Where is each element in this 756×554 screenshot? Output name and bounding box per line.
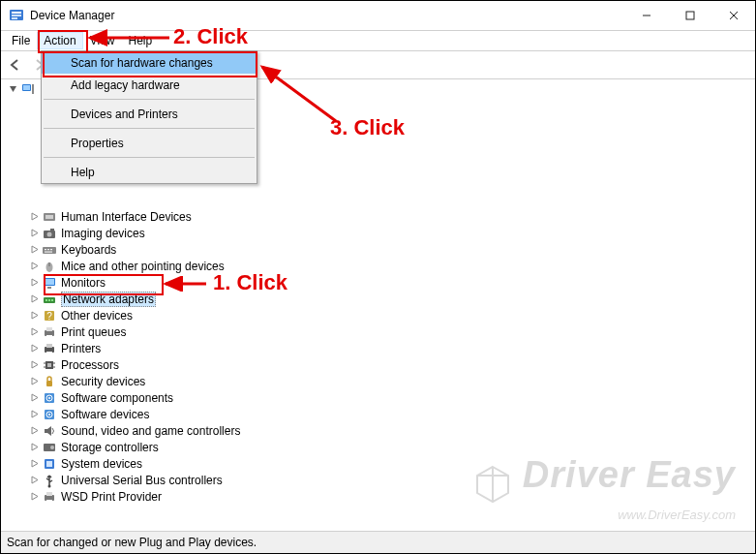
svg-point-27 — [45, 299, 47, 301]
expand-icon[interactable] — [28, 425, 40, 437]
menu-item-properties[interactable]: Properties — [42, 132, 257, 154]
svg-rect-15 — [50, 229, 54, 231]
expand-icon[interactable] — [28, 475, 40, 486]
camera-icon — [42, 226, 57, 241]
expand-icon[interactable] — [28, 261, 40, 272]
tree-item-label: Other devices — [61, 309, 133, 323]
expand-icon[interactable] — [28, 491, 40, 503]
svg-point-29 — [51, 299, 53, 301]
expand-icon[interactable] — [28, 376, 40, 387]
expand-icon[interactable] — [28, 326, 40, 338]
svg-rect-58 — [46, 500, 52, 502]
expand-icon[interactable] — [28, 228, 40, 239]
tree-item-print-queues[interactable]: Print queues — [7, 323, 755, 340]
expand-icon[interactable] — [28, 310, 40, 322]
tree-item-keyboards[interactable]: Keyboards — [7, 241, 755, 258]
menu-separator — [44, 99, 255, 100]
expand-icon[interactable] — [28, 211, 40, 223]
svg-point-52 — [50, 446, 54, 449]
tree-item-mice-and-other-pointing-devices[interactable]: Mice and other pointing devices — [7, 258, 755, 274]
collapse-icon[interactable] — [7, 83, 18, 95]
tree-item-label: Software components — [61, 391, 173, 405]
expand-icon[interactable] — [28, 442, 40, 453]
svg-rect-19 — [50, 249, 52, 250]
expand-icon[interactable] — [28, 359, 40, 371]
action-menu: Scan for hardware changesAdd legacy hard… — [41, 50, 257, 184]
svg-rect-9 — [23, 85, 30, 90]
tree-item-monitors[interactable]: Monitors — [7, 274, 755, 291]
menu-help[interactable]: Help — [122, 32, 160, 49]
tree-item-processors[interactable]: Processors — [7, 356, 755, 373]
app-icon — [9, 8, 24, 23]
security-icon — [42, 374, 57, 389]
tree-item-human-interface-devices[interactable]: Human Interface Devices — [7, 208, 755, 225]
tree-item-universal-serial-bus-controllers[interactable]: Universal Serial Bus controllers — [7, 472, 755, 488]
close-button[interactable] — [711, 1, 755, 30]
expand-icon[interactable] — [28, 458, 40, 470]
window: Device Manager FileActionViewHelp Scan f… — [0, 0, 756, 554]
svg-point-14 — [47, 231, 52, 236]
tree-item-software-devices[interactable]: Software devices — [7, 406, 755, 422]
expand-icon[interactable] — [28, 392, 40, 404]
storage-icon — [42, 440, 57, 455]
svg-point-55 — [48, 484, 51, 487]
tree-item-label: Universal Serial Bus controllers — [61, 474, 223, 487]
status-text: Scan for changed or new Plug and Play de… — [7, 536, 257, 549]
svg-rect-54 — [46, 461, 52, 467]
tree-item-sound-video-and-game-controllers[interactable]: Sound, video and game controllers — [7, 422, 755, 439]
svg-rect-2 — [12, 15, 21, 16]
svg-point-47 — [48, 397, 50, 399]
expand-icon[interactable] — [28, 409, 40, 420]
menubar: FileActionViewHelp — [1, 31, 755, 51]
svg-rect-18 — [47, 249, 49, 250]
svg-rect-44 — [46, 381, 52, 386]
expand-icon[interactable] — [28, 244, 40, 256]
menu-item-add-legacy-hardware[interactable]: Add legacy hardware — [42, 74, 257, 96]
tree-item-software-components[interactable]: Software components — [7, 389, 755, 406]
menu-item-devices-and-printers[interactable]: Devices and Printers — [42, 103, 257, 125]
maximize-button[interactable] — [668, 1, 711, 30]
menu-separator — [44, 128, 255, 129]
sound-icon — [42, 423, 57, 439]
tree-item-storage-controllers[interactable]: Storage controllers — [7, 439, 755, 455]
menu-view[interactable]: View — [83, 32, 122, 49]
tree-item-label: Mice and other pointing devices — [61, 260, 225, 273]
other-icon: ? — [42, 308, 57, 323]
svg-rect-24 — [45, 279, 54, 285]
menu-action[interactable]: Action — [37, 32, 82, 49]
menu-item-scan-for-hardware-changes[interactable]: Scan for hardware changes — [42, 51, 257, 74]
tree-item-wsd-print-provider[interactable]: WSD Print Provider — [7, 488, 755, 505]
menu-item-help[interactable]: Help — [42, 161, 257, 183]
menu-file[interactable]: File — [5, 32, 37, 49]
sw-icon — [42, 407, 57, 422]
svg-rect-5 — [686, 12, 694, 19]
tree-item-printers[interactable]: Printers — [7, 340, 755, 356]
expand-icon[interactable] — [28, 293, 40, 305]
tree-item-other-devices[interactable]: ?Other devices — [7, 307, 755, 323]
keyboard-icon — [42, 242, 57, 258]
expand-icon[interactable] — [28, 343, 40, 354]
printq-icon — [42, 489, 57, 505]
tree-item-network-adapters[interactable]: Network adapters — [7, 291, 755, 307]
statusbar: Scan for changed or new Plug and Play de… — [1, 531, 755, 553]
monitor-icon — [42, 275, 57, 291]
tree-item-label: Storage controllers — [61, 441, 159, 454]
tree-item-system-devices[interactable]: System devices — [7, 455, 755, 472]
tree-item-label: Printers — [61, 342, 101, 355]
tree-item-label: Monitors — [61, 276, 106, 290]
svg-rect-16 — [43, 247, 56, 254]
tree-item-imaging-devices[interactable]: Imaging devices — [7, 225, 755, 241]
expand-icon[interactable] — [28, 277, 40, 289]
computer-icon — [20, 81, 36, 97]
svg-rect-1 — [12, 12, 21, 14]
svg-rect-20 — [45, 251, 52, 252]
printer-icon — [42, 341, 57, 356]
tree-item-security-devices[interactable]: Security devices — [7, 373, 755, 389]
svg-rect-10 — [32, 84, 34, 94]
back-button[interactable] — [5, 54, 26, 76]
minimize-button[interactable] — [624, 1, 668, 30]
tree-item-label: Imaging devices — [61, 227, 145, 240]
svg-rect-17 — [45, 249, 46, 250]
svg-rect-36 — [46, 344, 52, 348]
svg-rect-3 — [12, 17, 17, 19]
